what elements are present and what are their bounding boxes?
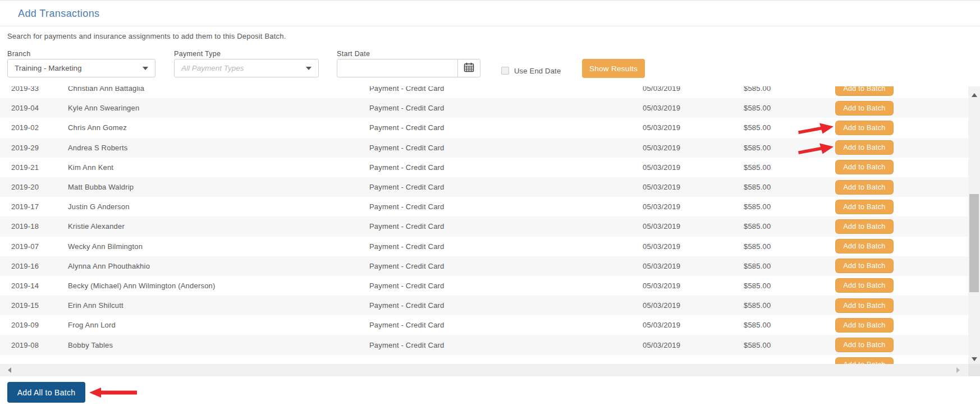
table-row: 2019-33 Christian Ann Battaglia Payment … bbox=[0, 86, 968, 98]
triangle-right-icon bbox=[956, 367, 960, 373]
row-payment-type: Payment - Credit Card bbox=[369, 104, 643, 112]
row-date: 05/03/2019 bbox=[643, 301, 744, 310]
start-date-input[interactable] bbox=[337, 59, 458, 77]
row-action-cell: Add to Batch bbox=[824, 357, 968, 364]
row-payment-type: Payment - Credit Card bbox=[369, 123, 643, 132]
calendar-button[interactable] bbox=[457, 59, 480, 77]
vertical-scrollbar[interactable] bbox=[968, 86, 980, 364]
row-id: 2019-20 bbox=[0, 183, 57, 191]
row-action-cell: Add to Batch bbox=[824, 160, 968, 174]
table-row: 2019-17 Justin G Anderson Payment - Cred… bbox=[0, 197, 968, 216]
row-amount: $585.00 bbox=[744, 321, 824, 329]
add-to-batch-button[interactable]: Add to Batch bbox=[835, 200, 894, 214]
row-date: 05/03/2019 bbox=[643, 144, 744, 152]
add-all-to-batch-button[interactable]: Add All to Batch bbox=[7, 382, 85, 403]
row-payment-type: Payment - Credit Card bbox=[369, 144, 643, 152]
add-to-batch-button[interactable]: Add to Batch bbox=[835, 180, 894, 195]
row-payment-type: Payment - Credit Card bbox=[369, 242, 643, 251]
row-action-cell: Add to Batch bbox=[824, 298, 968, 313]
payment-type-select[interactable]: All Payment Types bbox=[174, 59, 319, 77]
row-id: 2019-09 bbox=[0, 321, 57, 329]
row-amount: $585.00 bbox=[744, 262, 824, 270]
branch-selected-value: Training - Marketing bbox=[15, 64, 82, 72]
add-transactions-panel: Add Transactions Search for payments and… bbox=[0, 0, 980, 415]
row-date: 05/03/2019 bbox=[643, 86, 744, 93]
table-row: Add to Batch bbox=[0, 355, 968, 364]
row-amount: $585.00 bbox=[744, 183, 824, 191]
add-to-batch-button[interactable]: Add to Batch bbox=[835, 121, 894, 135]
start-date-label: Start Date bbox=[337, 50, 370, 58]
row-amount: $585.00 bbox=[744, 222, 824, 230]
branch-select[interactable]: Training - Marketing bbox=[7, 59, 155, 77]
row-name: Becky (Michael) Ann Wilmington (Anderson… bbox=[57, 282, 369, 290]
add-to-batch-button[interactable]: Add to Batch bbox=[835, 278, 894, 293]
add-to-batch-button[interactable]: Add to Batch bbox=[835, 160, 894, 174]
row-date: 05/03/2019 bbox=[643, 222, 744, 230]
table-row: 2019-02 Chris Ann Gomez Payment - Credit… bbox=[0, 118, 968, 137]
row-payment-type: Payment - Credit Card bbox=[369, 321, 643, 329]
table-row: 2019-29 Andrea S Roberts Payment - Credi… bbox=[0, 138, 968, 158]
row-id: 2019-33 bbox=[0, 86, 57, 93]
row-name: Wecky Ann Bilmington bbox=[57, 242, 369, 251]
row-name: Justin G Anderson bbox=[57, 202, 369, 211]
scrollbar-corner bbox=[968, 364, 980, 376]
row-payment-type: Payment - Credit Card bbox=[369, 183, 643, 191]
add-to-batch-button[interactable]: Add to Batch bbox=[835, 239, 894, 253]
add-to-batch-button[interactable]: Add to Batch bbox=[835, 318, 894, 333]
row-name: Matt Bubba Waldrip bbox=[57, 183, 369, 191]
chevron-down-icon bbox=[306, 67, 312, 70]
row-date: 05/03/2019 bbox=[643, 282, 744, 290]
use-end-date-label: Use End Date bbox=[514, 67, 561, 75]
row-id: 2019-18 bbox=[0, 222, 57, 230]
payment-type-label: Payment Type bbox=[174, 50, 221, 58]
page-subtitle: Search for payments and insurance assign… bbox=[7, 32, 286, 40]
add-to-batch-button[interactable]: Add to Batch bbox=[835, 219, 894, 234]
add-to-batch-button[interactable]: Add to Batch bbox=[835, 101, 894, 116]
row-id: 2019-14 bbox=[0, 282, 57, 290]
table-row: 2019-16 Alynna Ann Phouthakhio Payment -… bbox=[0, 256, 968, 276]
row-name: Kristie Alexander bbox=[57, 222, 369, 230]
row-date: 05/03/2019 bbox=[643, 242, 744, 251]
row-id: 2019-21 bbox=[0, 163, 57, 172]
show-results-button[interactable]: Show Results bbox=[582, 59, 645, 78]
horizontal-scrollbar[interactable] bbox=[0, 364, 980, 376]
row-amount: $585.00 bbox=[744, 341, 824, 349]
add-to-batch-button[interactable]: Add to Batch bbox=[835, 338, 894, 352]
add-to-batch-button[interactable]: Add to Batch bbox=[835, 86, 894, 96]
row-action-cell: Add to Batch bbox=[824, 278, 968, 293]
scroll-down-button[interactable] bbox=[968, 353, 980, 363]
scroll-right-button[interactable] bbox=[952, 364, 964, 376]
add-to-batch-button[interactable]: Add to Batch bbox=[835, 259, 894, 273]
scroll-up-button[interactable] bbox=[968, 89, 980, 99]
vertical-scroll-thumb[interactable] bbox=[969, 194, 979, 292]
row-date: 05/03/2019 bbox=[643, 341, 744, 349]
page-title: Add Transactions bbox=[18, 8, 99, 20]
row-name: Frog Ann Lord bbox=[57, 321, 369, 329]
row-amount: $585.00 bbox=[744, 301, 824, 310]
row-name: Christian Ann Battaglia bbox=[57, 86, 369, 93]
table-row: 2019-04 Kyle Ann Swearingen Payment - Cr… bbox=[0, 98, 968, 118]
row-amount: $585.00 bbox=[744, 86, 824, 93]
table-row: 2019-21 Kim Ann Kent Payment - Credit Ca… bbox=[0, 158, 968, 177]
add-to-batch-button[interactable]: Add to Batch bbox=[835, 298, 894, 313]
add-to-batch-button[interactable]: Add to Batch bbox=[835, 357, 894, 364]
table-row: 2019-20 Matt Bubba Waldrip Payment - Cre… bbox=[0, 177, 968, 197]
row-amount: $585.00 bbox=[744, 163, 824, 172]
row-amount: $585.00 bbox=[744, 123, 824, 132]
row-action-cell: Add to Batch bbox=[824, 121, 968, 135]
calendar-icon bbox=[464, 62, 474, 74]
row-date: 05/03/2019 bbox=[643, 321, 744, 329]
row-id: 2019-15 bbox=[0, 301, 57, 310]
add-to-batch-button[interactable]: Add to Batch bbox=[835, 140, 894, 155]
table-row: 2019-09 Frog Ann Lord Payment - Credit C… bbox=[0, 315, 968, 335]
table-row: 2019-14 Becky (Michael) Ann Wilmington (… bbox=[0, 276, 968, 296]
use-end-date-checkbox[interactable] bbox=[501, 67, 509, 75]
scroll-left-button[interactable] bbox=[3, 364, 16, 376]
row-payment-type: Payment - Credit Card bbox=[369, 202, 643, 211]
row-payment-type: Payment - Credit Card bbox=[369, 282, 643, 290]
row-action-cell: Add to Batch bbox=[824, 101, 968, 116]
triangle-left-icon bbox=[8, 367, 11, 373]
row-date: 05/03/2019 bbox=[643, 123, 744, 132]
row-payment-type: Payment - Credit Card bbox=[369, 222, 643, 230]
row-name: Kyle Ann Swearingen bbox=[57, 104, 369, 112]
